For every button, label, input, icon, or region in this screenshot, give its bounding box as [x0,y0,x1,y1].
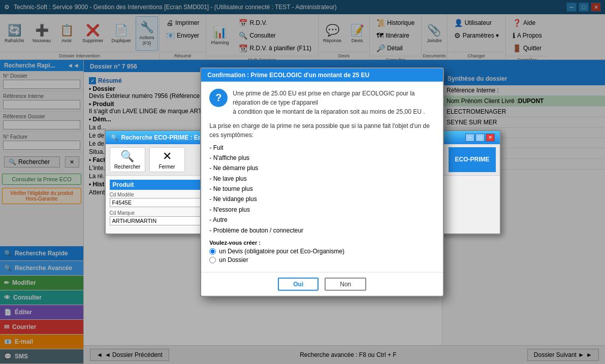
confirm-condition-text: La prise en charge de la prime ne sera p… [209,121,435,139]
confirm-title: Confirmation : Prime ECOLOGIC d'un monta… [201,68,443,81]
radio-devis-label: un Devis (obligatoire pour cet Eco-Organ… [219,248,344,255]
eco-fermer-label: Fermer [158,164,175,170]
eco-prime-dialog: 🔍 Recherche ECO-PRIME : Ecran ECO001 ─ □… [105,130,501,235]
eco-dialog-title-controls: ─ □ ✕ [465,134,495,142]
eco-prime-badge: ECO-PRIME [449,147,495,172]
eco-maximize-button[interactable]: □ [475,134,485,142]
eco-fermer-icon: ✕ [163,150,172,163]
radio-dossier-label: un Dossier [219,256,248,263]
eco-section-header: Produit [110,180,203,190]
confirm-intro: Une prime de 25.00 EU est prise en charg… [233,88,435,116]
eco-prime-label: ECO-PRIME [455,156,489,163]
confirm-intro-text: Une prime de 25.00 EU est prise en charg… [233,88,435,116]
eco-rechercher-icon: 🔍 [120,150,134,163]
symptom-8: - Autre [209,215,435,225]
symptom-7: - N'essore plus [209,205,435,215]
confirm-intro2: à condition que le montant de la réparat… [233,108,425,115]
eco-cd-marque-input[interactable] [110,216,203,225]
symptom-1: - Fuit [209,142,435,152]
symptom-2: - N'affiche plus [209,153,435,163]
confirm-no-button[interactable]: Non [325,278,366,291]
confirm-title-text: Confirmation : Prime ECOLOGIC d'un monta… [207,71,369,78]
confirm-condition: La prise en charge de la prime ne sera p… [209,121,435,139]
eco-dialog-icon: 🔍 [111,134,118,141]
overlay: 🔍 Recherche ECO-PRIME : Ecran ECO001 ─ □… [0,0,605,364]
confirm-header-row: ? Une prime de 25.00 EU est prise en cha… [209,88,435,116]
eco-left-panel: Produit Cd Modèle Cd Marque [106,176,207,234]
radio-devis[interactable] [209,248,216,254]
eco-cd-modele-input[interactable] [110,198,203,207]
want-create-label: Voulez-vous créer : [209,240,435,246]
eco-cd-modele-label: Cd Modèle [110,192,203,197]
radio-option-dossier: un Dossier [209,256,435,263]
confirm-modal: Confirmation : Prime ECOLOGIC d'un monta… [200,67,444,297]
radio-option-devis: un Devis (obligatoire pour cet Eco-Organ… [209,248,435,255]
symptom-4: - Ne lave plus [209,173,435,183]
symptom-9: - Problème de bouton / connecteur [209,225,435,235]
question-icon: ? [209,88,228,107]
eco-close-button[interactable]: ✕ [486,134,495,142]
eco-cd-modele-field: Cd Modèle [110,192,203,207]
symptom-6: - Ne vidange plus [209,194,435,204]
confirm-yes-button[interactable]: Oui [278,278,319,291]
eco-section-label: Produit [113,181,134,188]
eco-minimize-button[interactable]: ─ [465,134,474,142]
eco-product-section: Produit Cd Modèle Cd Marque [110,180,203,225]
symptom-5: - Ne tourne plus [209,184,435,194]
confirm-body: ? Une prime de 25.00 EU est prise en cha… [201,81,443,272]
symptom-list: - Fuit - N'affiche plus - Ne démarre plu… [209,142,435,236]
confirm-intro1: Une prime de 25.00 EU est prise en charg… [233,89,415,106]
eco-cd-marque-label: Cd Marque [110,210,203,216]
eco-fermer-button[interactable]: ✕ Fermer [149,147,185,172]
eco-rechercher-label: Rechercher [114,164,141,170]
eco-rechercher-button[interactable]: 🔍 Rechercher [110,147,145,172]
symptom-3: - Ne démarre plus [209,163,435,173]
confirm-footer: Oui Non [201,272,443,296]
eco-cd-marque-field: Cd Marque [110,210,203,225]
radio-dossier[interactable] [209,256,216,263]
